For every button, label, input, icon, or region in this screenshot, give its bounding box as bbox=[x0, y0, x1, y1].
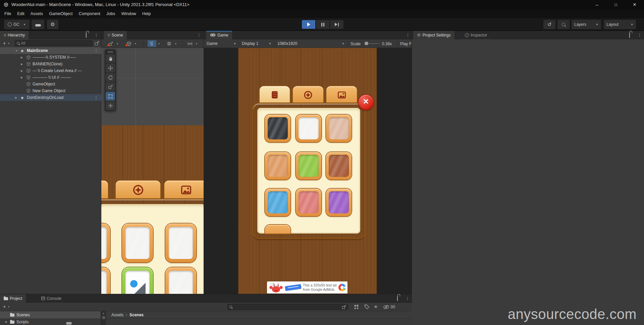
hierarchy-row-system[interactable]: ▶ ----------\\ SYSTEM //----- bbox=[0, 54, 101, 61]
color-swatch[interactable] bbox=[265, 189, 290, 216]
undo-history-button[interactable]: ↺ bbox=[543, 20, 555, 29]
search-everywhere-button[interactable] bbox=[557, 20, 570, 29]
step-button[interactable] bbox=[330, 20, 343, 29]
expand-arrow-icon[interactable]: ▶ bbox=[21, 67, 23, 74]
kebab-menu-icon[interactable]: ⋮ bbox=[94, 32, 99, 38]
search-by-label-tag-icon[interactable] bbox=[364, 304, 369, 309]
hierarchy-search-input[interactable]: All bbox=[15, 40, 93, 46]
tab-scene[interactable]: # Scene bbox=[104, 31, 127, 39]
color-swatch[interactable] bbox=[326, 115, 352, 142]
tab-inspector[interactable]: i Inspector bbox=[461, 31, 491, 39]
breadcrumb-assets[interactable]: Assets bbox=[111, 313, 123, 317]
account-dropdown[interactable]: GC ▼ bbox=[4, 20, 30, 29]
admob-test-ad-banner[interactable]: This a 320x50 test ad from Google AdMob. bbox=[267, 281, 347, 294]
kebab-menu-icon[interactable]: ⋮ bbox=[637, 32, 642, 38]
folder-row-scenes[interactable]: Scenes bbox=[0, 311, 101, 318]
kebab-menu-icon[interactable]: ⋮ bbox=[197, 32, 201, 38]
kebab-menu-icon[interactable]: ⋮ bbox=[94, 47, 99, 54]
menu-edit[interactable]: Edit bbox=[14, 9, 28, 18]
create-dropdown-arrow[interactable]: ▾ bbox=[8, 42, 9, 45]
scale-slider[interactable] bbox=[364, 43, 379, 44]
wood-tab-texture[interactable] bbox=[260, 86, 290, 104]
dropdown-arrow-icon[interactable]: ▼ bbox=[194, 40, 199, 47]
color-swatch[interactable] bbox=[101, 267, 110, 294]
hierarchy-row-gameobject[interactable]: GameObject bbox=[0, 81, 101, 87]
game-display-mode-dropdown[interactable]: Game ▼ bbox=[205, 40, 237, 47]
rotate-tool-button[interactable] bbox=[106, 73, 115, 82]
vertical-scrollbar[interactable]: ▲ bbox=[101, 311, 106, 325]
game-viewport[interactable]: × bbox=[204, 48, 412, 294]
project-search-input[interactable] bbox=[227, 304, 348, 310]
menu-help[interactable]: Help bbox=[139, 9, 154, 18]
minimize-button[interactable]: – bbox=[588, 0, 606, 9]
create-add-button[interactable]: + bbox=[3, 41, 6, 46]
tab-console[interactable]: Console bbox=[38, 294, 65, 303]
hierarchy-row-dontdestroyonload[interactable]: ▶ ◆ DontDestroyOnLoad ⋮ bbox=[0, 94, 101, 101]
hierarchy-row-ui[interactable]: ▶ ----------- \\ UI // -------- bbox=[0, 74, 101, 81]
scene-wood-tab-star[interactable] bbox=[116, 181, 160, 199]
color-swatch[interactable] bbox=[296, 189, 321, 216]
wood-tab-image[interactable] bbox=[326, 86, 357, 104]
menu-window[interactable]: Window bbox=[118, 9, 139, 18]
menu-component[interactable]: Component bbox=[75, 9, 103, 18]
scroll-up-arrow[interactable]: ▲ bbox=[102, 312, 105, 314]
picker-icon[interactable] bbox=[95, 41, 99, 46]
tool-handle-position-button[interactable]: ▼ bbox=[107, 40, 120, 47]
picker-icon[interactable] bbox=[342, 305, 346, 309]
grid-visibility-button[interactable]: ▼ bbox=[165, 40, 178, 47]
color-swatch[interactable] bbox=[296, 152, 321, 180]
scene-viewport[interactable] bbox=[101, 48, 204, 294]
dropdown-arrow-icon[interactable]: ▼ bbox=[173, 40, 178, 47]
kebab-menu-icon[interactable]: ⋮ bbox=[94, 94, 99, 101]
lock-icon[interactable] bbox=[397, 296, 398, 301]
display-target-dropdown[interactable]: Display 1 ▼ bbox=[240, 40, 273, 47]
menu-file[interactable]: File bbox=[1, 9, 14, 18]
color-swatch[interactable] bbox=[165, 267, 196, 294]
kebab-menu-icon[interactable]: ⋮ bbox=[405, 296, 410, 301]
hierarchy-row-banner[interactable]: ▶ BANNER(Clone) bbox=[0, 61, 101, 67]
hierarchy-row-create-level-area[interactable]: ▶ --- \\ Create Level Area // --- bbox=[0, 67, 101, 74]
transform-tool-button[interactable] bbox=[106, 101, 115, 110]
create-dropdown-arrow[interactable]: ▾ bbox=[8, 305, 9, 308]
search-by-type-icon[interactable] bbox=[354, 304, 359, 310]
expand-arrow-icon[interactable]: ▶ bbox=[5, 320, 7, 323]
hand-tool-button[interactable] bbox=[106, 54, 115, 63]
favorites-star-icon[interactable]: ★ bbox=[374, 304, 378, 309]
settings-button[interactable]: ⚙ bbox=[47, 20, 58, 29]
color-swatch[interactable] bbox=[101, 223, 110, 262]
layers-dropdown[interactable]: Layers ▼ bbox=[572, 20, 601, 29]
palette-drag-handle[interactable] bbox=[106, 50, 115, 54]
folder-row-scripts[interactable]: ▶ Scripts bbox=[0, 318, 101, 325]
color-swatch[interactable] bbox=[165, 223, 196, 262]
wood-tab-star[interactable] bbox=[293, 86, 323, 104]
horizontal-scrollbar-thumb[interactable] bbox=[66, 322, 72, 325]
create-asset-button[interactable]: + bbox=[3, 304, 6, 309]
hierarchy-row-mainscene[interactable]: ▼ ◆ MainScene ⋮ bbox=[0, 47, 101, 54]
color-swatch-partial[interactable] bbox=[265, 225, 290, 234]
expand-arrow-icon[interactable]: ▼ bbox=[15, 47, 18, 54]
expand-arrow-icon[interactable]: ▶ bbox=[15, 94, 17, 101]
resolution-dropdown[interactable]: 1080x1920 ▼ bbox=[276, 40, 346, 47]
play-button[interactable] bbox=[302, 20, 315, 29]
menu-assets[interactable]: Assets bbox=[28, 9, 46, 18]
snap-increment-button[interactable]: ▼ bbox=[186, 40, 199, 47]
color-swatch[interactable] bbox=[326, 189, 352, 216]
play-focused-toggle[interactable]: Play F bbox=[400, 42, 412, 46]
scene-wood-tab-image[interactable] bbox=[164, 181, 204, 199]
tab-project[interactable]: Project bbox=[0, 294, 26, 303]
breadcrumb-scenes[interactable]: Scenes bbox=[129, 313, 144, 317]
close-button[interactable]: × bbox=[625, 0, 644, 9]
panel-close-button[interactable]: × bbox=[359, 95, 373, 110]
rect-tool-button-selected[interactable] bbox=[106, 92, 115, 101]
menu-jobs[interactable]: Jobs bbox=[103, 9, 118, 18]
dropdown-arrow-icon[interactable]: ▼ bbox=[156, 40, 162, 47]
tool-handle-rotation-button[interactable]: ▼ bbox=[125, 40, 138, 47]
color-swatch[interactable] bbox=[296, 115, 321, 142]
scale-tool-button[interactable] bbox=[106, 82, 115, 91]
menu-gameobject[interactable]: GameObject bbox=[46, 9, 75, 18]
expand-arrow-icon[interactable]: ▶ bbox=[21, 54, 23, 61]
asset-grid-empty[interactable] bbox=[106, 319, 412, 325]
dropdown-arrow-icon[interactable]: ▼ bbox=[133, 40, 138, 47]
color-swatch[interactable] bbox=[265, 152, 290, 180]
color-swatch[interactable] bbox=[265, 115, 290, 142]
